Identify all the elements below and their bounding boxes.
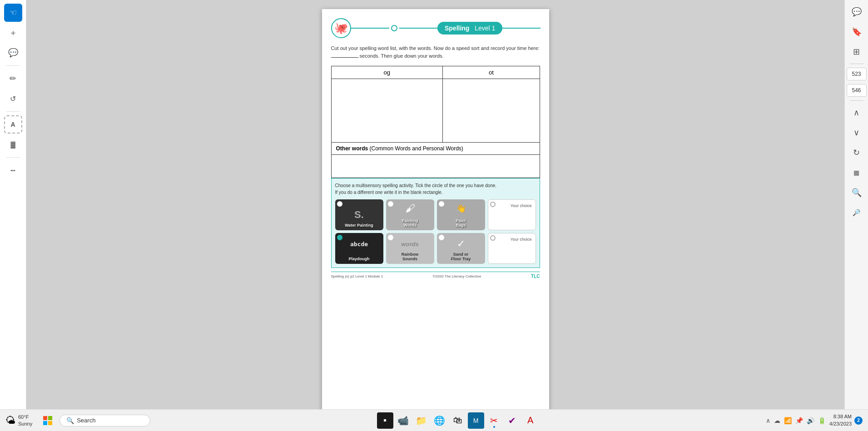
svg-rect-0 — [43, 416, 47, 420]
svg-rect-1 — [48, 416, 52, 420]
windows-logo-icon — [43, 416, 52, 425]
your-choice-1-radio[interactable] — [490, 202, 496, 207]
chevron-icon[interactable]: ∧ — [765, 416, 771, 425]
volume-icon[interactable]: 🔊 — [806, 416, 815, 425]
sort-col-og: og — [331, 66, 443, 79]
page-number-523[interactable]: 523 — [847, 68, 867, 80]
footer-left: Spelling (o) p2 Level 1 Module 1 — [331, 274, 383, 278]
taskbar-search[interactable]: 🔍 Search — [60, 415, 150, 426]
svg-rect-2 — [43, 421, 47, 425]
paint-bags-radio[interactable] — [439, 201, 444, 207]
taskbar-app-files[interactable]: 📁 — [413, 412, 430, 429]
weather-icon: 🌤 — [5, 415, 15, 426]
scroll-up-button[interactable]: ∧ — [848, 104, 865, 121]
left-toolbar: ☜ ＋ 💬 ✏ ↺ A ▓ ••• — [0, 0, 26, 431]
activity-grid: S. Water Painting 🖌 PaintingWords 👋 Pain… — [335, 199, 536, 264]
painting-words-radio[interactable] — [388, 201, 393, 207]
water-painting-radio[interactable] — [337, 201, 342, 207]
activity-card-rainbow-sounds[interactable]: words RainbowSounds — [386, 233, 434, 264]
time-blank — [331, 57, 358, 58]
data-button[interactable]: ▦ — [848, 164, 865, 181]
taskbar-app-edge[interactable]: 🌐 — [432, 412, 448, 429]
highlight-button[interactable]: ▓ — [4, 135, 22, 154]
weather-temp: 60°F — [18, 414, 32, 420]
header-line-mid — [399, 28, 438, 29]
right-panel-sep-2 — [850, 100, 863, 101]
taskbar-apps: ▪ 📹 📁 🌐 🛍 M ✂ ✔ A — [154, 412, 761, 429]
notification-badge[interactable]: 2 — [854, 416, 863, 425]
text-select-button[interactable]: A — [4, 115, 22, 134]
system-icons: ∧ ☁ 📶 📌 🔊 🔋 — [765, 416, 827, 425]
page-number-546[interactable]: 546 — [847, 84, 867, 97]
playdough-radio[interactable] — [337, 235, 342, 240]
spelling-badge: Spelling Level 1 — [437, 22, 502, 35]
bookmark-button[interactable]: 🔖 — [848, 24, 865, 40]
comment-button[interactable]: 💬 — [4, 44, 22, 62]
toolbar-divider-1 — [6, 65, 20, 66]
taskbar-app-zoom[interactable]: 📹 — [395, 412, 412, 429]
toolbar-divider-3 — [6, 157, 20, 158]
taskbar-time[interactable]: 8:38 AM 4/23/2023 — [829, 413, 852, 427]
toolbar-divider-2 — [6, 111, 20, 112]
spelling-badge-text: Spelling — [445, 25, 469, 32]
activity-card-your-choice-2[interactable]: Your choice — [488, 233, 536, 264]
paint-bags-label: PaintBags — [437, 218, 485, 228]
water-painting-label: Water Painting — [335, 222, 383, 228]
sort-cell-ot[interactable] — [443, 79, 540, 143]
wifi-icon[interactable]: 📶 — [783, 416, 793, 425]
taskbar-app-store[interactable]: 🛍 — [450, 412, 466, 429]
sort-col-ot: ot — [443, 66, 540, 79]
sort-cell-og[interactable] — [331, 79, 443, 143]
other-words-body[interactable] — [332, 155, 540, 178]
zoom-in-button[interactable]: 🔍 — [848, 184, 865, 201]
footer-center: ©2020 The Literacy Collective — [433, 274, 481, 278]
taskbar-app-black[interactable]: ▪ — [377, 412, 393, 429]
painting-words-label: PaintingWords — [386, 218, 434, 228]
activity-card-paint-bags[interactable]: 👋 PaintBags — [437, 199, 485, 230]
activity-card-painting-words[interactable]: 🖌 PaintingWords — [386, 199, 434, 230]
battery-icon[interactable]: 🔋 — [817, 416, 827, 425]
activity-card-playdough[interactable]: abcde Playdough — [335, 233, 383, 264]
taskbar-app-adobe[interactable]: A — [522, 412, 539, 429]
sand-flour-tray-radio[interactable] — [439, 235, 444, 240]
pen-button[interactable]: ✏ — [4, 69, 22, 88]
clock-time: 8:38 AM — [829, 413, 852, 420]
page-footer: Spelling (o) p2 Level 1 Module 1 ©2020 T… — [331, 272, 540, 279]
instructions: Cut out your spelling word list, with th… — [331, 45, 540, 59]
grid-button[interactable]: ⊞ — [848, 44, 865, 60]
start-button[interactable] — [40, 412, 56, 429]
taskbar-app-snip[interactable]: ✂ — [486, 412, 502, 429]
taskbar-app-2[interactable]: ✔ — [504, 412, 521, 429]
add-comment-button[interactable]: ＋ — [4, 24, 22, 42]
chat-button[interactable]: 💬 — [848, 4, 865, 20]
svg-rect-3 — [48, 421, 52, 425]
your-choice-2-radio[interactable] — [490, 235, 496, 241]
rainbow-sounds-label: RainbowSounds — [386, 251, 434, 262]
cloud-icon[interactable]: ☁ — [773, 416, 781, 425]
refresh-button[interactable]: ↻ — [848, 144, 865, 161]
curve-button[interactable]: ↺ — [4, 89, 22, 108]
header-line-left — [350, 28, 389, 29]
search-icon: 🔍 — [66, 417, 74, 424]
right-panel-sep-1 — [850, 64, 863, 64]
header-line-right — [501, 28, 541, 29]
zoom-out-button[interactable]: 🔎 — [848, 204, 865, 221]
rainbow-sounds-radio[interactable] — [388, 235, 393, 240]
other-words-sub: (Common Words and Personal Words) — [370, 145, 463, 152]
clock-date: 4/23/2023 — [829, 421, 852, 427]
taskbar: 🌤 60°F Sunny 🔍 Search ▪ 📹 📁 🌐 🛍 M ✂ ✔ A … — [0, 409, 868, 431]
weather-condition: Sunny — [18, 421, 32, 427]
search-text: Search — [77, 417, 95, 424]
taskbar-weather: 🌤 60°F Sunny — [5, 414, 32, 427]
activity-card-your-choice-1[interactable]: Your choice — [488, 199, 536, 230]
taskbar-app-1[interactable]: M — [468, 412, 484, 429]
spelling-badge-level: Level 1 — [475, 25, 495, 32]
activity-card-water-painting[interactable]: S. Water Painting — [335, 199, 383, 230]
scroll-down-button[interactable]: ∨ — [848, 124, 865, 141]
other-words-label: Other words — [336, 145, 368, 152]
hand-tool-button[interactable]: ☜ — [4, 4, 22, 22]
more-button[interactable]: ••• — [4, 161, 22, 179]
activity-card-sand-flour-tray[interactable]: ✓ Sand orFlour Tray — [437, 233, 485, 264]
taskbar-right: ∧ ☁ 📶 📌 🔊 🔋 8:38 AM 4/23/2023 2 — [765, 413, 863, 427]
pin-icon[interactable]: 📌 — [794, 416, 804, 425]
